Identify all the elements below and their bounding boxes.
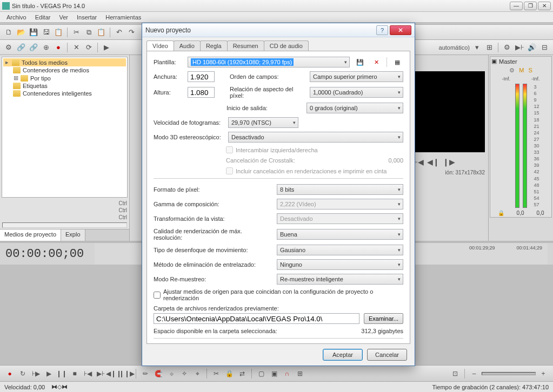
dropdown-icon[interactable]: ▾ bbox=[471, 42, 482, 53]
tool-icon-4[interactable]: ⊕ bbox=[41, 42, 51, 53]
output-rotation-combo[interactable]: 0 grados (original) bbox=[307, 103, 403, 113]
tool-icon-2[interactable]: 🔗 bbox=[16, 42, 26, 53]
tool-misc-2-icon[interactable]: ✧ bbox=[179, 368, 190, 379]
template-combo[interactable]: HD 1080-60i (1920x1080; 29,970 fps) bbox=[188, 57, 350, 67]
loop-button[interactable]: ↻ bbox=[17, 368, 28, 379]
tab-audio[interactable]: Audio bbox=[174, 40, 201, 51]
next-button[interactable]: ❙❙▶ bbox=[121, 368, 132, 379]
scrub-slider[interactable]: ⧓◇⧓ bbox=[51, 383, 68, 390]
template-match-icon[interactable]: ▦ bbox=[391, 57, 403, 67]
tool-icon-6[interactable]: ⟳ bbox=[83, 42, 94, 53]
dim-icon[interactable]: ⊟ bbox=[539, 42, 550, 53]
resample-combo[interactable]: Re-muestreo inteligente bbox=[277, 274, 403, 285]
new-icon[interactable]: 🗋 bbox=[3, 27, 14, 38]
timecode-display[interactable]: 00:00:00;00 bbox=[5, 247, 84, 261]
ok-button[interactable]: Aceptar bbox=[323, 349, 363, 361]
motion-blur-combo[interactable]: Gausiano bbox=[277, 245, 403, 255]
pause-button[interactable]: ❙❙ bbox=[56, 368, 67, 379]
browse-button[interactable]: Examinar... bbox=[364, 313, 403, 324]
gear-icon[interactable]: ⚙ bbox=[502, 42, 512, 53]
zoom-in-icon[interactable]: + bbox=[538, 368, 549, 379]
go-end-button[interactable]: ▶⊦ bbox=[95, 368, 106, 379]
zoom-tool-icon[interactable]: ⊡ bbox=[450, 368, 461, 379]
open-icon[interactable]: 📂 bbox=[16, 27, 26, 38]
framerate-combo[interactable]: 29,970 (NTSC) bbox=[228, 117, 298, 128]
solo-button[interactable]: S bbox=[528, 67, 532, 74]
lock-icon[interactable]: 🔒 bbox=[498, 210, 504, 216]
zoom-out-icon[interactable]: – bbox=[469, 368, 479, 379]
magnet-tool-icon[interactable]: 🧲 bbox=[153, 368, 164, 379]
deinterlace-combo[interactable]: Ninguno bbox=[277, 259, 403, 270]
tree-item-smart[interactable]: Contenedores inteligentes bbox=[3, 90, 126, 97]
tab-audio-cd[interactable]: CD de audio bbox=[264, 40, 309, 51]
tab-video[interactable]: Vídeo bbox=[146, 40, 174, 51]
close-button[interactable]: ✕ bbox=[538, 2, 551, 10]
mute-button[interactable]: M bbox=[519, 67, 524, 74]
marker-tool-icon[interactable]: ▢ bbox=[256, 368, 266, 379]
tab-summary[interactable]: Resumen bbox=[227, 40, 264, 51]
play-button[interactable]: ▶ bbox=[43, 368, 54, 379]
prev-frame-icon[interactable]: ⊦◀ bbox=[414, 158, 424, 166]
record-button[interactable]: ● bbox=[4, 368, 15, 379]
lock-tool-icon[interactable]: 🔒 bbox=[224, 368, 235, 379]
par-combo[interactable]: 1,0000 (Cuadrado) bbox=[310, 87, 403, 98]
paste-icon[interactable]: 📋 bbox=[96, 27, 106, 38]
next-icon[interactable]: ❙▶ bbox=[443, 158, 455, 166]
stop-button[interactable]: ■ bbox=[69, 368, 80, 379]
properties-icon[interactable]: 📋 bbox=[53, 27, 64, 38]
template-save-icon[interactable]: 💾 bbox=[354, 57, 366, 67]
dialog-titlebar[interactable]: Nuevo proyecto ? ✕ bbox=[142, 23, 415, 37]
width-input[interactable] bbox=[188, 71, 215, 82]
stereo-combo[interactable]: Desactivado bbox=[228, 132, 403, 143]
tool-play-icon[interactable]: ▶ bbox=[101, 42, 112, 53]
grid-tool-icon[interactable]: ⊞ bbox=[295, 368, 305, 379]
maximize-button[interactable]: ❐ bbox=[524, 2, 537, 10]
region-tool-icon[interactable]: ▣ bbox=[269, 368, 279, 379]
save-icon[interactable]: 💾 bbox=[28, 27, 39, 38]
menu-editar[interactable]: Editar bbox=[31, 13, 55, 22]
prerender-path-input[interactable] bbox=[154, 313, 359, 324]
tree-item-containers[interactable]: Contenedores de medios bbox=[3, 66, 126, 74]
dialog-close-button[interactable]: ✕ bbox=[390, 25, 411, 35]
tool-record-icon[interactable]: ● bbox=[53, 42, 64, 53]
tool-misc-3-icon[interactable]: ⌖ bbox=[192, 368, 203, 379]
cancel-button[interactable]: Cancelar bbox=[367, 349, 407, 361]
tool-icon-5[interactable]: ✕ bbox=[71, 42, 82, 53]
tool-icon-3[interactable]: 🔗 bbox=[28, 42, 39, 53]
gear-small-icon[interactable]: ⚙ bbox=[509, 67, 515, 74]
menu-archivo[interactable]: Archivo bbox=[2, 13, 31, 22]
overlay-icon[interactable]: ⊞ bbox=[484, 42, 495, 53]
tab-ruler[interactable]: Regla bbox=[200, 40, 228, 51]
copy-icon[interactable]: ⧉ bbox=[83, 27, 94, 38]
pixel-format-combo[interactable]: 8 bits bbox=[277, 184, 403, 195]
render-icon[interactable]: 🖫 bbox=[41, 27, 51, 38]
play-start-button[interactable]: ⊦▶ bbox=[30, 368, 41, 379]
menu-ver[interactable]: Ver bbox=[55, 13, 72, 22]
tree-root[interactable]: ▸ Todos los medios bbox=[3, 58, 126, 66]
go-start-button[interactable]: ⊦◀ bbox=[82, 368, 93, 379]
menu-herramientas[interactable]: Herramientas bbox=[101, 13, 145, 22]
field-order-combo[interactable]: Campo superior primero bbox=[310, 71, 403, 82]
cut-tool-icon[interactable]: ✂ bbox=[211, 368, 222, 379]
tab-project-media[interactable]: Medios de proyecto bbox=[0, 229, 61, 241]
media-tree[interactable]: ▸ Todos los medios Contenedores de medio… bbox=[2, 57, 128, 198]
playhead-icon[interactable]: ▶⊦ bbox=[514, 42, 525, 53]
render-quality-combo[interactable]: Buena bbox=[277, 229, 403, 240]
tree-item-by-type[interactable]: ⊞ Por tipo bbox=[3, 74, 126, 82]
scrollbar-h[interactable] bbox=[2, 222, 127, 228]
template-delete-icon[interactable]: ✕ bbox=[370, 57, 382, 67]
redo-icon[interactable]: ↷ bbox=[126, 27, 137, 38]
height-input[interactable] bbox=[188, 87, 215, 98]
adjust-media-checkbox[interactable]: Ajustar medios de origen para que coinci… bbox=[154, 288, 403, 301]
prev-button[interactable]: ◀❙❙ bbox=[108, 368, 119, 379]
tool-misc-1-icon[interactable]: ⟐ bbox=[166, 368, 177, 379]
tool-icon-1[interactable]: ⚙ bbox=[3, 42, 14, 53]
edit-tool-icon[interactable]: ✏ bbox=[140, 368, 151, 379]
dialog-help-button[interactable]: ? bbox=[376, 25, 388, 35]
prev-icon[interactable]: ◀❙ bbox=[427, 158, 439, 166]
undo-icon[interactable]: ↶ bbox=[114, 27, 124, 38]
tab-explorer[interactable]: Explo bbox=[61, 229, 85, 241]
zoom-slider[interactable] bbox=[482, 372, 536, 375]
speaker-icon[interactable]: 🔊 bbox=[527, 42, 537, 53]
minimize-button[interactable]: — bbox=[510, 2, 523, 10]
